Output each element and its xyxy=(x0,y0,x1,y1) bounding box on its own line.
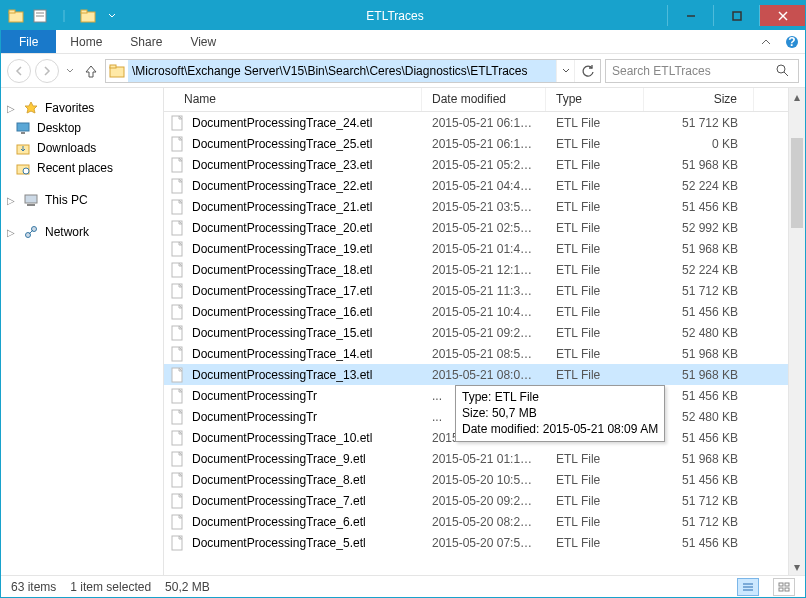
address-path[interactable]: \Microsoft\Exchange Server\V15\Bin\Searc… xyxy=(128,60,556,82)
tab-share[interactable]: Share xyxy=(116,30,176,53)
file-size-cell: 51 968 KB xyxy=(644,347,754,361)
file-type-cell: ETL File xyxy=(546,116,644,130)
file-name: DocumentProcessingTr xyxy=(192,389,317,403)
file-row[interactable]: DocumentProcessingTrace_24.etl2015-05-21… xyxy=(164,112,788,133)
svg-line-27 xyxy=(29,230,33,234)
new-folder-icon[interactable] xyxy=(77,5,99,27)
file-row[interactable]: DocumentProcessingTrace_16.etl2015-05-21… xyxy=(164,301,788,322)
close-button[interactable] xyxy=(759,5,805,26)
file-row[interactable]: DocumentProcessingTrace_25.etl2015-05-21… xyxy=(164,133,788,154)
file-row[interactable]: DocumentProcessingTrace_8.etl2015-05-20 … xyxy=(164,469,788,490)
column-headers: Name Date modified Type Size xyxy=(164,88,788,112)
file-name-cell: DocumentProcessingTrace_10.etl xyxy=(164,430,422,446)
file-size-cell: 51 712 KB xyxy=(644,284,754,298)
search-box[interactable]: Search ETLTraces xyxy=(605,59,799,83)
chevron-right-icon[interactable]: ▷ xyxy=(7,227,17,238)
file-row[interactable]: DocumentProcessingTrace_23.etl2015-05-21… xyxy=(164,154,788,175)
ribbon-expand-icon[interactable] xyxy=(753,30,779,53)
file-name-cell: DocumentProcessingTrace_18.etl xyxy=(164,262,422,278)
file-size-cell: 52 224 KB xyxy=(644,263,754,277)
favorites-header[interactable]: ▷ Favorites xyxy=(1,98,163,118)
vertical-scrollbar[interactable]: ▴ ▾ xyxy=(788,88,805,575)
tab-view[interactable]: View xyxy=(176,30,230,53)
chevron-right-icon[interactable]: ▷ xyxy=(7,103,17,114)
title-bar: ETLTraces xyxy=(1,1,805,30)
column-date[interactable]: Date modified xyxy=(422,88,546,111)
file-row[interactable]: DocumentProcessingTrace_17.etl2015-05-21… xyxy=(164,280,788,301)
thispc-header[interactable]: ▷ This PC xyxy=(1,190,163,210)
file-type-cell: ETL File xyxy=(546,137,644,151)
file-size-cell: 52 480 KB xyxy=(644,326,754,340)
scrollbar-thumb[interactable] xyxy=(791,138,803,228)
search-icon[interactable] xyxy=(776,64,792,77)
svg-point-22 xyxy=(23,168,29,174)
details-view-button[interactable] xyxy=(737,578,759,596)
file-row[interactable]: DocumentProcessingTrace_9.etl2015-05-21 … xyxy=(164,448,788,469)
file-row[interactable]: DocumentProcessingTrace_13.etl2015-05-21… xyxy=(164,364,788,385)
file-size-cell: 51 712 KB xyxy=(644,515,754,529)
scroll-down-icon[interactable]: ▾ xyxy=(789,558,805,575)
column-name[interactable]: Name xyxy=(164,88,422,111)
network-icon xyxy=(23,224,39,240)
file-row[interactable]: DocumentProcessingTrace_6.etl2015-05-20 … xyxy=(164,511,788,532)
status-selected: 1 item selected xyxy=(70,580,151,594)
file-tab[interactable]: File xyxy=(1,30,56,53)
help-icon[interactable]: ? xyxy=(779,30,805,53)
network-label: Network xyxy=(45,225,89,239)
favorites-label: Favorites xyxy=(45,101,94,115)
file-date-cell: 2015-05-21 04:47 ... xyxy=(422,179,546,193)
file-row[interactable]: DocumentProcessingTrace_18.etl2015-05-21… xyxy=(164,259,788,280)
file-row[interactable]: DocumentProcessingTrace_14.etl2015-05-21… xyxy=(164,343,788,364)
refresh-button[interactable] xyxy=(574,60,600,82)
qat-dropdown-icon[interactable] xyxy=(101,5,123,27)
sidebar-item-desktop[interactable]: Desktop xyxy=(1,118,163,138)
address-box[interactable]: \Microsoft\Exchange Server\V15\Bin\Searc… xyxy=(105,59,601,83)
maximize-button[interactable] xyxy=(713,5,759,26)
file-row[interactable]: DocumentProcessingTrace_19.etl2015-05-21… xyxy=(164,238,788,259)
file-date-cell: 2015-05-20 08:22 ... xyxy=(422,515,546,529)
tab-home[interactable]: Home xyxy=(56,30,116,53)
status-bar: 63 items 1 item selected 50,2 MB xyxy=(1,575,805,598)
file-name-cell: DocumentProcessingTrace_21.etl xyxy=(164,199,422,215)
file-name: DocumentProcessingTrace_24.etl xyxy=(192,116,372,130)
scroll-up-icon[interactable]: ▴ xyxy=(789,88,805,105)
back-button[interactable] xyxy=(7,59,31,83)
minimize-button[interactable] xyxy=(667,5,713,26)
file-name-cell: DocumentProcessingTrace_20.etl xyxy=(164,220,422,236)
history-dropdown-icon[interactable] xyxy=(63,61,77,81)
folder-icon[interactable] xyxy=(5,5,27,27)
file-row[interactable]: DocumentProcessingTrace_15.etl2015-05-21… xyxy=(164,322,788,343)
forward-button[interactable] xyxy=(35,59,59,83)
column-type[interactable]: Type xyxy=(546,88,644,111)
properties-icon[interactable] xyxy=(29,5,51,27)
file-row[interactable]: DocumentProcessingTrace_5.etl2015-05-20 … xyxy=(164,532,788,553)
file-name-cell: DocumentProcessingTrace_5.etl xyxy=(164,535,422,551)
chevron-right-icon[interactable]: ▷ xyxy=(7,195,17,206)
file-type-cell: ETL File xyxy=(546,221,644,235)
file-name-cell: DocumentProcessingTrace_6.etl xyxy=(164,514,422,530)
navigation-pane: ▷ Favorites Desktop Downloads Recent pla… xyxy=(1,88,164,575)
file-type-cell: ETL File xyxy=(546,347,644,361)
icons-view-button[interactable] xyxy=(773,578,795,596)
up-button[interactable] xyxy=(81,61,101,81)
sidebar-item-recent[interactable]: Recent places xyxy=(1,158,163,178)
separator xyxy=(53,5,75,27)
file-size-cell: 51 712 KB xyxy=(644,494,754,508)
file-row[interactable]: DocumentProcessingTrace_21.etl2015-05-21… xyxy=(164,196,788,217)
address-dropdown-icon[interactable] xyxy=(556,60,574,82)
file-type-cell: ETL File xyxy=(546,200,644,214)
file-size-cell: 52 992 KB xyxy=(644,221,754,235)
network-header[interactable]: ▷ Network xyxy=(1,222,163,242)
file-row[interactable]: DocumentProcessingTrace_7.etl2015-05-20 … xyxy=(164,490,788,511)
desktop-icon xyxy=(15,120,31,136)
file-name-cell: DocumentProcessingTrace_24.etl xyxy=(164,115,422,131)
file-date-cell: 2015-05-21 10:41 ... xyxy=(422,305,546,319)
file-type-cell: ETL File xyxy=(546,536,644,550)
file-size-cell: 51 712 KB xyxy=(644,116,754,130)
file-row[interactable]: DocumentProcessingTrace_20.etl2015-05-21… xyxy=(164,217,788,238)
sidebar-item-downloads[interactable]: Downloads xyxy=(1,138,163,158)
column-size[interactable]: Size xyxy=(644,88,754,111)
file-name-cell: DocumentProcessingTrace_8.etl xyxy=(164,472,422,488)
file-row[interactable]: DocumentProcessingTrace_22.etl2015-05-21… xyxy=(164,175,788,196)
svg-rect-1 xyxy=(9,10,15,13)
